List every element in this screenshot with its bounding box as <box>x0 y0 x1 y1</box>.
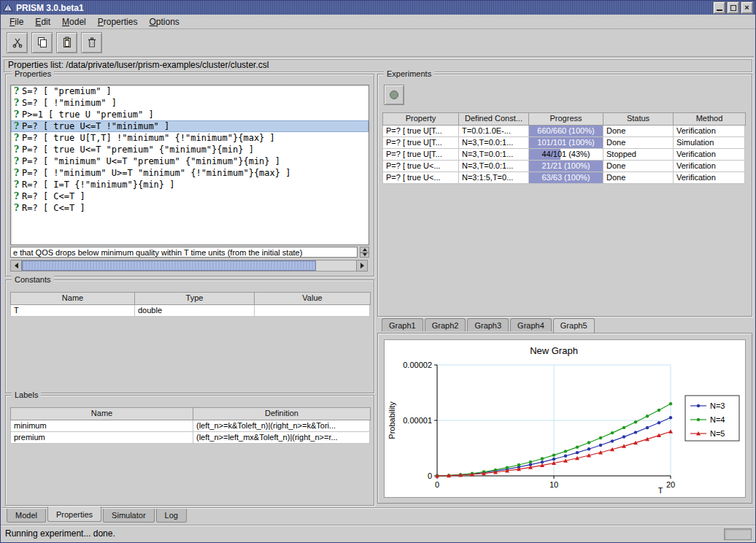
x-tick-label: 10 <box>549 480 558 489</box>
experiment-property-cell: P=? [ true U<... <box>383 172 459 184</box>
property-item[interactable]: ?R=? [ I=T {!"minimum"}{min} ] <box>11 179 369 190</box>
series-marker <box>552 453 555 456</box>
experiment-row[interactable]: P=? [ true U[T...N=3,T=0.0:1...101/101 (… <box>382 137 746 149</box>
y-tick-label: 0.00002 <box>403 361 432 369</box>
property-question-icon: ? <box>11 179 22 190</box>
column-header-definition[interactable]: Definition <box>193 408 370 420</box>
scroll-up-button[interactable] <box>360 247 369 253</box>
properties-horizontal-scrollbar[interactable] <box>10 260 368 272</box>
menu-model[interactable]: Model <box>56 15 92 28</box>
copy-button[interactable] <box>31 32 53 53</box>
cut-button[interactable] <box>7 32 28 53</box>
property-item[interactable]: ?S=? [ !"minimum" ] <box>11 97 369 109</box>
experiments-panel-title: Experiments <box>384 69 434 78</box>
column-header-name[interactable]: Name <box>11 293 135 304</box>
column-header-progress[interactable]: Progress <box>529 113 603 125</box>
close-button[interactable]: × <box>741 1 753 14</box>
property-text: P=? [ "minimum" U<=T "premium" {"minimum… <box>22 155 280 167</box>
experiment-property-cell: P=? [ true U[T... <box>383 149 459 161</box>
property-text: P=? [ true U<=T !"minimum" ] <box>22 120 169 132</box>
paste-button[interactable] <box>56 32 77 53</box>
labels-panel: Labels NameDefinitionminimum(left_n>=k&T… <box>5 395 374 506</box>
status-progress-box <box>724 528 752 540</box>
property-question-icon: ? <box>11 202 22 214</box>
column-header-value[interactable]: Value <box>255 293 370 304</box>
scroll-right-button[interactable] <box>356 260 368 272</box>
x-axis-label: T <box>658 486 663 495</box>
property-question-icon: ? <box>11 155 22 167</box>
experiment-row[interactable]: P=? [ true U[T...N=3,T=0.0:1...44/101 (4… <box>382 149 746 161</box>
title-bar[interactable]: PRISM 3.0.beta1 × <box>1 1 755 15</box>
tab-properties[interactable]: Properties <box>47 507 101 522</box>
property-item[interactable]: ?P=? [ "minimum" U<=T "premium" {"minimu… <box>11 155 369 167</box>
experiment-row[interactable]: P=? [ true U<...N=3,T=0.0:1...21/21 (100… <box>382 161 746 172</box>
experiment-method-cell: Verification <box>674 172 745 184</box>
column-header-property[interactable]: Property <box>383 113 459 125</box>
tab-log[interactable]: Log <box>156 509 187 523</box>
series-marker <box>622 435 625 438</box>
property-item[interactable]: ?S=? [ "premium" ] <box>11 85 369 97</box>
experiment-row[interactable]: P=? [ true U<...N=3:1:5,T=0...63/63 (100… <box>382 172 746 184</box>
maximize-button[interactable] <box>727 1 739 14</box>
column-header-name[interactable]: Name <box>11 408 193 420</box>
experiment-method-cell: Verification <box>674 149 745 161</box>
table-header-row: NameTypeValue <box>10 292 371 305</box>
property-item[interactable]: ?P=? [ true U<=T !"minimum" ] <box>11 120 369 132</box>
tab-graph4[interactable]: Graph4 <box>510 318 552 331</box>
property-item[interactable]: ?R=? [ C<=T ] <box>11 202 369 214</box>
y-tick-label: 0.00001 <box>403 416 432 425</box>
scroll-down-button[interactable] <box>360 253 369 258</box>
table-row[interactable]: Tdouble <box>10 305 371 317</box>
delete-button[interactable] <box>81 32 102 53</box>
tab-graph1[interactable]: Graph1 <box>382 318 423 331</box>
property-item[interactable]: ?P=? [ true U<=T "premium" {"minimum"}{m… <box>11 144 369 155</box>
properties-list[interactable]: ?S=? [ "premium" ]?S=? [ !"minimum" ]?P>… <box>10 85 369 245</box>
series-marker <box>697 418 700 421</box>
series-marker <box>646 415 649 417</box>
property-item[interactable]: ?P=? [ true U[T,T] !"minimum" {!"minimum… <box>11 132 369 144</box>
property-item[interactable]: ?P>=1 [ true U "premium" ] <box>11 109 369 120</box>
table-header-row: PropertyDefined Const...ProgressStatusMe… <box>382 112 746 126</box>
stop-circle-icon <box>388 89 400 101</box>
minimize-icon <box>717 9 722 11</box>
experiment-progress-cell: 63/63 (100%) <box>529 172 603 184</box>
scrollbar-track[interactable] <box>22 260 356 272</box>
column-header-defined-const[interactable]: Defined Const... <box>459 113 529 125</box>
property-item[interactable]: ?P=? [ !"minimum" U>=T "minimum" {!"mini… <box>11 167 369 179</box>
scrollbar-thumb[interactable] <box>22 261 316 271</box>
tab-graph5[interactable]: Graph5 <box>553 318 595 333</box>
table-cell: (left_n>=k&Toleft_n)|(right_n>=k&Tori... <box>193 420 370 432</box>
property-comment-field[interactable]: e that QOS drops below minimum quality w… <box>10 247 358 258</box>
legend-label: N=5 <box>710 429 725 438</box>
menu-properties[interactable]: Properties <box>92 15 144 28</box>
tab-model[interactable]: Model <box>7 509 46 523</box>
property-text: P=? [ !"minimum" U>=T "minimum" {!"minim… <box>22 167 290 179</box>
experiment-row[interactable]: P=? [ true U[T...T=0.0:1.0E-...660/660 (… <box>382 126 746 137</box>
left-arrow-icon <box>15 263 18 269</box>
menu-file[interactable]: File <box>4 15 29 28</box>
tab-simulator[interactable]: Simulator <box>103 509 154 523</box>
scroll-left-button[interactable] <box>10 260 22 272</box>
table-row[interactable]: premium(left_n>=left_mx&Toleft_n)|(right… <box>10 432 371 444</box>
series-marker <box>611 439 614 442</box>
property-question-icon: ? <box>11 109 22 120</box>
status-text: Running experiment... done. <box>5 528 115 539</box>
column-header-status[interactable]: Status <box>603 113 674 125</box>
table-row[interactable]: minimum(left_n>=k&Toleft_n)|(right_n>=k&… <box>10 420 371 432</box>
comment-vertical-scrollbar[interactable] <box>360 247 369 258</box>
menu-options[interactable]: Options <box>143 15 185 28</box>
minimize-button[interactable] <box>713 1 725 14</box>
column-header-method[interactable]: Method <box>674 113 745 125</box>
property-item[interactable]: ?R=? [ C<=T ] <box>11 190 369 202</box>
series-marker <box>576 451 579 454</box>
stop-experiment-button[interactable] <box>384 85 404 105</box>
property-question-icon: ? <box>11 132 22 144</box>
column-header-type[interactable]: Type <box>135 293 255 304</box>
tab-graph2[interactable]: Graph2 <box>425 318 466 331</box>
scissors-icon <box>12 36 23 48</box>
tab-graph3[interactable]: Graph3 <box>467 318 509 331</box>
menu-edit[interactable]: Edit <box>29 15 56 28</box>
properties-panel: Properties ?S=? [ "premium" ]?S=? [ !"mi… <box>5 74 374 277</box>
experiment-status-cell: Done <box>603 172 674 184</box>
graph-canvas[interactable]: 0102000.000010.00002New GraphProbability… <box>385 340 745 497</box>
